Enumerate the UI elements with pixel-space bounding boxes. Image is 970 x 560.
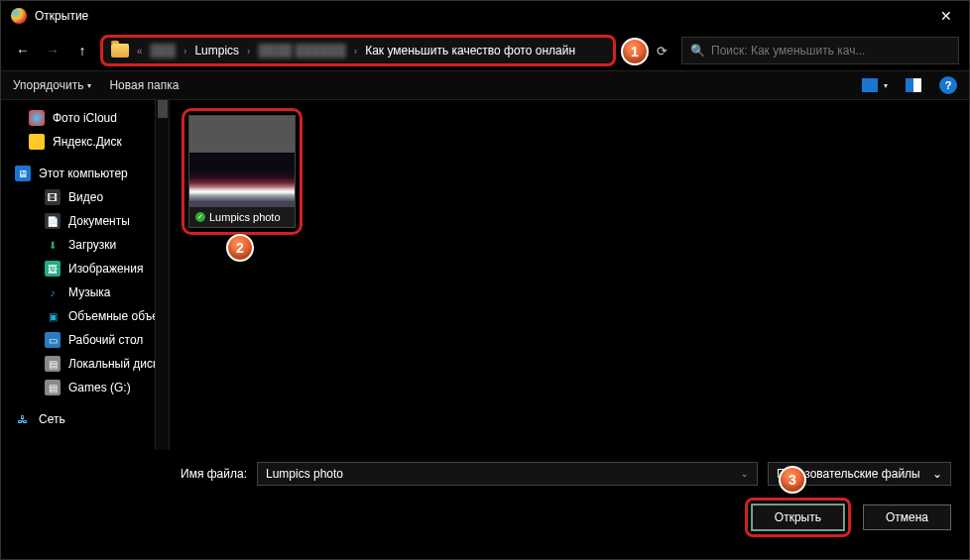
toolbar: Упорядочить▾ Новая папка ▾ ? (1, 70, 969, 100)
cancel-button[interactable]: Отмена (863, 504, 951, 530)
app-icon (11, 8, 27, 24)
file-highlight: ✓ Lumpics photo 2 (182, 108, 303, 235)
address-bar[interactable]: « ███ › Lumpics › ████ ██████ › Как умен… (100, 35, 616, 66)
sidebar-item-localdisk[interactable]: ▤Локальный диск (1, 352, 169, 376)
callout-badge-3: 3 (779, 466, 806, 494)
filename-input[interactable]: Lumpics photo ⌄ (257, 462, 758, 486)
sidebar-item-network[interactable]: 🖧Сеть (1, 407, 169, 431)
breadcrumb-hidden[interactable]: ████ ██████ (258, 44, 345, 57)
callout-badge-2: 2 (226, 234, 254, 262)
open-dialog: Открытие ✕ ← → ↑ « ███ › Lumpics › ████ … (0, 0, 970, 560)
sidebar-item-games[interactable]: ▤Games (G:) (1, 376, 169, 399)
body: Фото iCloud Яндекс.Диск 🖥Этот компьютер … (1, 100, 969, 477)
sidebar-item-downloads[interactable]: ⬇Загрузки (1, 233, 169, 257)
chevron-icon: › (247, 46, 250, 56)
scroll-thumb[interactable] (158, 100, 168, 118)
open-button-highlight: Открыть (745, 498, 851, 537)
sidebar-item-3d[interactable]: ▣Объемные объекты (1, 304, 169, 328)
folder-icon (111, 44, 129, 57)
sidebar: Фото iCloud Яндекс.Диск 🖥Этот компьютер … (1, 100, 170, 477)
filename-label: Имя файла: (19, 467, 247, 481)
sidebar-scrollbar[interactable]: ▲ ▼ (155, 100, 169, 477)
back-button[interactable]: ← (11, 39, 35, 62)
file-label: ✓ Lumpics photo (189, 207, 295, 227)
chevron-down-icon[interactable]: ⌄ (741, 469, 749, 479)
chevron-down-icon[interactable]: ⌄ (932, 467, 942, 481)
view-picture-button[interactable]: ▾ (862, 78, 888, 92)
sidebar-item-docs[interactable]: 📄Документы (1, 209, 169, 233)
nav-row: ← → ↑ « ███ › Lumpics › ████ ██████ › Ка… (1, 31, 969, 70)
up-button[interactable]: ↑ (70, 39, 94, 62)
help-button[interactable]: ? (939, 76, 957, 94)
chevron-icon: « (137, 46, 143, 56)
open-button[interactable]: Открыть (752, 504, 844, 530)
titlebar: Открытие ✕ (1, 1, 969, 31)
breadcrumb-hidden[interactable]: ███ (151, 44, 177, 57)
breadcrumb-seg[interactable]: Как уменьшить качество фото онлайн (365, 44, 575, 57)
chevron-icon: › (354, 46, 357, 56)
chevron-icon: › (183, 46, 186, 56)
view-preview-button[interactable] (906, 78, 921, 92)
sidebar-item-music[interactable]: ♪Музыка (1, 280, 169, 304)
callout-badge-1: 1 (621, 38, 649, 65)
sidebar-item-desktop[interactable]: ▭Рабочий стол (1, 328, 169, 352)
search-input[interactable] (711, 44, 950, 57)
close-button[interactable]: ✕ (923, 1, 969, 31)
thumbnail-image (189, 116, 295, 207)
sidebar-item-pictures[interactable]: 🖼Изображения (1, 257, 169, 280)
sync-ok-icon: ✓ (195, 212, 205, 222)
sidebar-item-thispc[interactable]: 🖥Этот компьютер (1, 162, 169, 185)
refresh-button[interactable]: ⟳ (648, 44, 675, 58)
new-folder-button[interactable]: Новая папка (109, 78, 179, 92)
organize-menu[interactable]: Упорядочить▾ (13, 78, 91, 92)
footer: Имя файла: Lumpics photo ⌄ Пользовательс… (1, 450, 969, 559)
breadcrumb-seg[interactable]: Lumpics (194, 44, 239, 57)
sidebar-item-yadisk[interactable]: Яндекс.Диск (1, 130, 169, 154)
window-title: Открытие (35, 9, 88, 23)
sidebar-item-video[interactable]: 🎞Видео (1, 185, 169, 209)
file-item[interactable]: ✓ Lumpics photo (188, 115, 296, 228)
search-icon: 🔍 (690, 44, 705, 57)
file-pane[interactable]: ✓ Lumpics photo 2 (170, 100, 969, 477)
sidebar-item-icloud[interactable]: Фото iCloud (1, 106, 169, 130)
search-box[interactable]: 🔍 (681, 37, 959, 64)
forward-button[interactable]: → (41, 39, 64, 62)
